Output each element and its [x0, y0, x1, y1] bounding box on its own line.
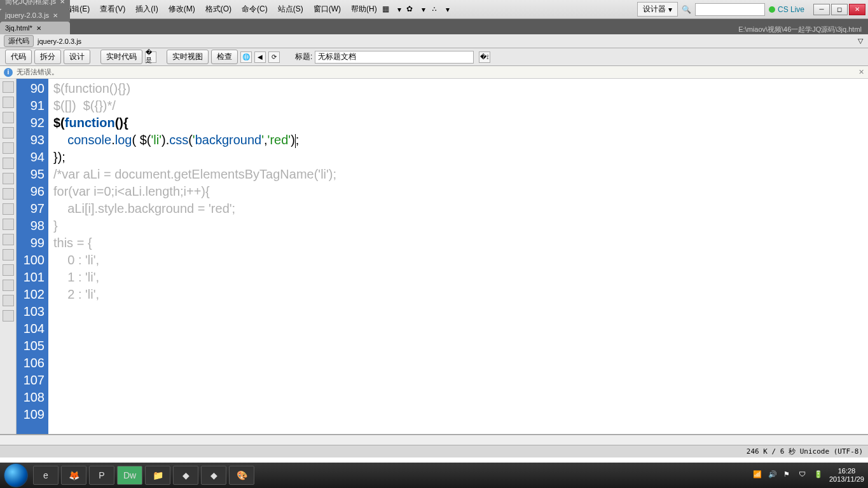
recent-icon[interactable] [3, 264, 14, 276]
menu-item[interactable]: 帮助(H) [346, 2, 382, 16]
live-view-button[interactable]: 实时视图 [167, 50, 209, 64]
tab-close-icon[interactable]: ✕ [53, 12, 58, 19]
format-icon[interactable] [3, 280, 14, 291]
menu-item[interactable]: 格式(O) [200, 2, 237, 16]
workspace-dropdown[interactable]: ▾ [441, 3, 455, 17]
info-icon: i [4, 68, 13, 77]
tab-label: 简化JQ的框架.js [5, 0, 56, 6]
taskbar-dreamweaver-icon[interactable]: Dw [117, 466, 142, 485]
code-line: for(var i=0;i<aLi.length;i++){ [53, 183, 868, 200]
taskbar-app2-icon[interactable]: ◆ [201, 466, 226, 485]
title-input[interactable] [315, 51, 474, 64]
expand-icon[interactable] [3, 112, 14, 123]
system-tray: 📶 🔊 ⚑ 🛡 🔋 16:28 2013/11/29 [753, 467, 864, 484]
wrap-icon[interactable] [3, 203, 14, 215]
code-area[interactable]: $(function(){})$([]) $({})*/$(function()… [48, 79, 868, 434]
search-input[interactable] [695, 3, 765, 16]
balance-icon[interactable] [3, 142, 14, 154]
comment-icon[interactable] [3, 249, 14, 261]
menu-item[interactable]: 命令(C) [237, 2, 273, 16]
layout-dropdown[interactable]: ▾ [392, 3, 406, 17]
tray-date: 2013/11/29 [829, 475, 864, 484]
menu-item[interactable]: 修改(M) [163, 2, 200, 16]
inspect-button[interactable]: 检查 [211, 50, 238, 64]
menu-bar: Dw 文件(F)编辑(E)查看(V)插入(I)修改(M)格式(O)命令(C)站点… [0, 0, 868, 19]
minimize-button[interactable]: ─ [813, 4, 830, 15]
cslive-button[interactable]: CS Live [769, 5, 804, 14]
title-label: 标题: [295, 51, 312, 62]
syntax-status-bar: i 无语法错误。 ✕ [0, 66, 868, 79]
code-line: $(function(){}) [53, 80, 868, 97]
outdent-icon[interactable] [3, 234, 14, 245]
extension-icon[interactable]: ✿ [406, 4, 417, 15]
file-tab[interactable]: 简化JQ的框架.js✕ [0, 0, 70, 9]
taskbar-app1-icon[interactable]: ◆ [173, 466, 198, 485]
start-button[interactable] [4, 463, 28, 487]
taskbar-paint-icon[interactable]: 🎨 [229, 466, 254, 485]
chevron-down-icon: ▾ [668, 5, 672, 14]
workspace-icon[interactable]: ⛬ [431, 4, 441, 15]
source-code-chip[interactable]: 源代码 [4, 35, 34, 47]
taskbar-ie-icon[interactable]: e [33, 466, 59, 485]
tab-close-icon[interactable]: ✕ [60, 0, 65, 5]
code-line: 2 : 'li', [53, 286, 868, 303]
code-toolbar [0, 79, 17, 434]
tray-clock[interactable]: 16:28 2013/11/29 [829, 467, 864, 484]
close-icon[interactable]: ✕ [858, 68, 864, 76]
search-icon[interactable]: 🔍 [682, 5, 691, 14]
windows-taskbar: e 🦊 P Dw 📁 ◆ ◆ 🎨 📶 🔊 ⚑ 🛡 🔋 16:28 2013/11… [0, 463, 868, 488]
cslive-label: CS Live [778, 5, 804, 14]
line-num-icon[interactable] [3, 158, 14, 169]
editor: 9091929394959697989910010110210310410510… [0, 79, 868, 435]
h-scrollbar[interactable] [0, 435, 868, 445]
extension-dropdown[interactable]: ▾ [417, 3, 431, 17]
layout-label: 设计器 [643, 4, 666, 15]
address-icon[interactable]: �⟟ [479, 51, 490, 63]
indent-icon[interactable] [3, 219, 14, 230]
tab-close-icon[interactable]: ✕ [36, 25, 41, 32]
file-tab[interactable]: 3jq.html*✕ [0, 22, 70, 34]
document-toolbar: 代码 拆分 设计 实时代码 �是 实时视图 检查 🌐 ◀ ⟳ 标题: �⟟ [0, 48, 868, 66]
split-view-button[interactable]: 拆分 [34, 50, 61, 64]
menu-item[interactable]: 窗口(W) [308, 2, 346, 16]
syntax-icon[interactable] [3, 188, 14, 200]
browser-icon[interactable]: 🌐 [240, 51, 252, 63]
highlight-icon[interactable] [3, 173, 14, 184]
menu-item[interactable]: 站点(S) [273, 2, 308, 16]
filter-icon[interactable]: ▽ [858, 37, 863, 45]
taskbar-explorer-icon[interactable]: 📁 [145, 466, 170, 485]
code-line: /*var aLi = document.getElementsByTagNam… [53, 166, 868, 183]
tray-shield-icon[interactable]: 🛡 [799, 470, 809, 480]
close-button[interactable]: ✕ [849, 4, 865, 15]
refresh-icon[interactable]: ⟳ [268, 51, 280, 63]
file-tab[interactable]: jquery-2.0.3.js✕ [0, 9, 70, 22]
move-icon[interactable] [3, 310, 14, 322]
collapse-icon[interactable] [3, 97, 14, 108]
menu-item[interactable]: 插入(I) [130, 2, 163, 16]
taskbar-powerpoint-icon[interactable]: P [89, 466, 114, 485]
layout-switcher[interactable]: 设计器 ▾ [637, 2, 678, 17]
code-view-button[interactable]: 代码 [5, 50, 32, 64]
code-line: 0 : 'li', [53, 252, 868, 269]
design-view-button[interactable]: 设计 [64, 50, 90, 64]
snippet-icon[interactable] [3, 295, 14, 306]
code-line: 1 : 'li', [53, 269, 868, 286]
status-dot-icon [769, 6, 775, 13]
file-tabs: 简化JQ的框架.js✕jquery-2.0.3.js✕3jq.html*✕ E:… [0, 19, 868, 34]
open-docs-icon[interactable] [3, 81, 14, 93]
tray-network-icon[interactable]: 📶 [753, 470, 763, 480]
live-code-icon[interactable]: �是 [145, 51, 156, 63]
tray-sound-icon[interactable]: 🔊 [768, 470, 778, 480]
menu-item[interactable]: 查看(V) [95, 2, 130, 16]
taskbar-firefox-icon[interactable]: 🦊 [61, 466, 86, 485]
layout-icon[interactable]: ▦ [382, 4, 392, 15]
related-file[interactable]: jquery-2.0.3.js [38, 37, 81, 45]
live-code-button[interactable]: 实时代码 [100, 50, 142, 64]
select-parent-icon[interactable] [3, 127, 14, 139]
tray-flag-icon[interactable]: ⚑ [783, 470, 794, 480]
code-line: } [53, 217, 868, 234]
status-bar: 246 K / 6 秒 Unicode (UTF-8) [0, 445, 868, 458]
back-icon[interactable]: ◀ [254, 51, 266, 63]
maximize-button[interactable]: ◻ [831, 4, 848, 15]
tray-battery-icon[interactable]: 🔋 [814, 470, 824, 480]
